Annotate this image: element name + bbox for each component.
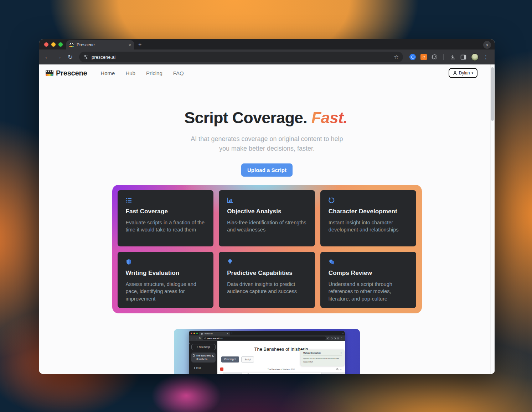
site-logo[interactable]: Prescene	[46, 69, 87, 77]
mini-script-item-selected: The Banshees of Inisherin	[191, 353, 216, 363]
feature-card-fast-coverage: Fast Coverage Evaluate scripts in a frac…	[118, 190, 214, 246]
mini-tab-strip: Prescene × + ▾	[189, 331, 345, 335]
minimize-window-button[interactable]	[51, 42, 56, 47]
orange-extension-icon[interactable]	[420, 54, 427, 60]
mini-new-tab-icon: +	[231, 332, 233, 334]
mini-tab-close-icon: ×	[227, 333, 228, 335]
back-icon[interactable]: ←	[43, 53, 52, 61]
feature-card-writing-evaluation: Writing Evaluation Assess structure, dia…	[118, 252, 214, 308]
reload-icon[interactable]: ↻	[66, 53, 75, 61]
hero-subtitle: AI that generates coverage on original c…	[185, 134, 349, 153]
mini-favicon	[201, 333, 203, 335]
history-icon	[329, 197, 408, 203]
mini-tab-search-icon: ▾	[342, 332, 344, 334]
tab-close-icon[interactable]: ×	[128, 42, 131, 48]
list-check-icon	[126, 197, 206, 203]
feature-title: Character Development	[329, 208, 408, 215]
close-window-button[interactable]	[44, 42, 48, 47]
mini-browser-window: Prescene × + ▾ ← → ↻ prescene.ai/hub	[189, 331, 345, 374]
product-demo-preview[interactable]: Prescene × + ▾ ← → ↻ prescene.ai/hub	[174, 329, 360, 374]
mini-pdf-toolbar: The Banshees of Inisherin PDF ⋯	[217, 366, 345, 372]
feature-card-objective-analysis: Objective Analysis Bias-free identificat…	[219, 190, 315, 246]
browser-toolbar: ← → ↻ prescene.ai ☆	[39, 49, 495, 64]
bookmark-star-icon[interactable]: ☆	[394, 54, 399, 60]
tab-title: Prescene	[77, 42, 126, 47]
feature-title: Writing Evaluation	[126, 270, 206, 277]
mini-script-item: 1917	[191, 365, 216, 371]
new-tab-button[interactable]: +	[138, 42, 141, 48]
nav-item-faq[interactable]: FAQ	[173, 70, 184, 76]
search-icon	[336, 368, 338, 370]
mini-coverage-button: Coverage+	[221, 356, 239, 363]
feature-card-character-development: Character Development Instant insight in…	[320, 190, 417, 246]
feature-description: Data driven insights to predict audience…	[227, 281, 307, 295]
favicon-clapperboard-icon	[69, 43, 74, 47]
bar-chart-icon	[227, 197, 307, 203]
person-icon	[453, 71, 457, 75]
mini-zoom-button	[196, 333, 198, 334]
document-icon	[193, 354, 195, 357]
window-controls	[44, 42, 63, 47]
mini-toolbar-icons	[327, 338, 339, 339]
mini-sidebar-collapse-icon: ›	[189, 342, 190, 344]
mini-pdf-filename: The Banshees of Inisherin PDF	[217, 368, 345, 370]
feature-title: Fast Coverage	[126, 208, 206, 215]
browser-tab-strip: Prescene × + ▾	[39, 39, 495, 49]
site-settings-tune-icon[interactable]	[83, 54, 88, 59]
nav-item-hub[interactable]: Hub	[125, 70, 135, 76]
mini-close-button	[191, 333, 192, 334]
mini-tool-rail	[217, 372, 224, 374]
upload-toast: Upload Complete × Upload of The Banshees…	[301, 350, 344, 366]
mini-lock-icon	[205, 338, 206, 339]
page-scrollbar[interactable]	[490, 64, 495, 374]
tab-search-button[interactable]: ▾	[483, 41, 491, 49]
mini-toolbar: ← → ↻ prescene.ai/hub ⋮	[189, 335, 345, 341]
mini-forward-icon: →	[195, 337, 197, 340]
nav-item-pricing[interactable]: Pricing	[146, 70, 162, 76]
toolbar-divider	[443, 54, 444, 60]
feature-card-predictive-capabilities: Predictive Capabilities Data driven insi…	[219, 252, 315, 308]
forward-icon[interactable]: →	[54, 53, 63, 61]
feature-card-comps-review: Comps Review Understand a script through…	[320, 252, 417, 308]
profile-avatar[interactable]	[471, 53, 479, 61]
hero-section: Script Coverage. Fast. AI that generates…	[39, 109, 495, 177]
scrollbar-thumb[interactable]	[491, 67, 494, 121]
chevron-down-icon: ▾	[471, 71, 473, 75]
feature-title: Comps Review	[329, 270, 408, 277]
page-viewport: Prescene Home Hub Pricing FAQ Dylan ▾ Sc…	[39, 64, 495, 374]
features-grid: Fast Coverage Evaluate scripts in a frac…	[112, 185, 422, 313]
lightbulb-icon	[227, 259, 307, 265]
zoom-window-button[interactable]	[58, 42, 63, 47]
mini-back-icon: ←	[191, 337, 193, 340]
onepassword-extension-icon[interactable]	[409, 54, 416, 60]
toast-close-icon: ×	[340, 352, 342, 354]
toast-body: Upload of The Banshees of Inisherin was …	[303, 357, 342, 364]
trash-icon	[212, 355, 214, 357]
nav-item-home[interactable]: Home	[100, 70, 115, 76]
url-text[interactable]: prescene.ai	[92, 54, 391, 60]
chat-bubbles-icon	[329, 259, 408, 265]
extensions-puzzle-icon[interactable]	[432, 54, 437, 60]
shield-icon	[126, 259, 206, 265]
mini-app: › + New Script The Banshees of Inisherin…	[189, 341, 345, 374]
browser-tab[interactable]: Prescene ×	[66, 40, 134, 49]
document-icon	[193, 367, 195, 369]
mini-new-script-button: + New Script	[191, 344, 216, 350]
page-title: Script Coverage. Fast.	[39, 109, 495, 127]
title-accent: Fast.	[311, 109, 350, 127]
user-menu-button[interactable]: Dylan ▾	[449, 68, 477, 78]
toolbar-extensions: ⋮	[407, 53, 491, 61]
mini-browser-tab: Prescene ×	[199, 332, 230, 335]
downloads-icon[interactable]	[450, 54, 456, 60]
side-panel-icon[interactable]	[460, 54, 466, 60]
address-bar[interactable]: prescene.ai ☆	[79, 52, 403, 62]
mini-pdf-viewer: Genre Genre: Drama Location: Inisherin, …	[217, 372, 345, 374]
clapperboard-logo-icon	[46, 70, 53, 76]
upload-script-button[interactable]: Upload a Script	[241, 163, 293, 177]
browser-menu-icon[interactable]: ⋮	[483, 54, 489, 60]
feature-title: Predictive Capabilities	[227, 270, 307, 277]
mini-document-page: Genre Genre: Drama Location: Inisherin, …	[224, 372, 340, 374]
mouse-cursor	[247, 372, 252, 374]
mini-tab-title: Prescene	[204, 333, 213, 335]
mini-url-text: prescene.ai/hub	[207, 337, 223, 339]
